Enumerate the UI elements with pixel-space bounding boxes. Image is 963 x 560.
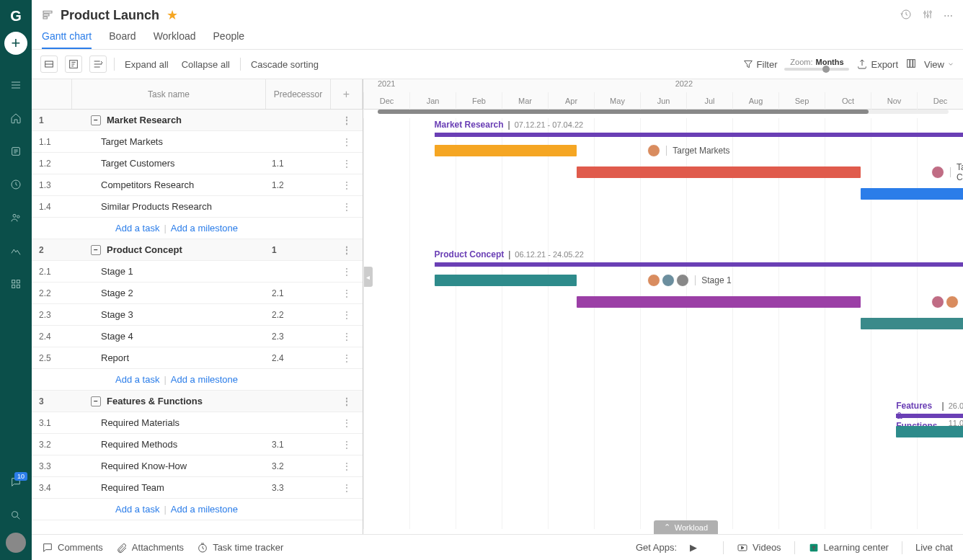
row-menu-icon[interactable]: ⋮ (331, 244, 363, 256)
task-row[interactable]: 2.5 Report 2.4⋮ (32, 347, 363, 369)
row-menu-icon[interactable]: ⋮ (331, 136, 363, 148)
list-icon[interactable] (0, 135, 32, 167)
row-menu-icon[interactable]: ⋮ (331, 461, 363, 472)
add-task-button[interactable]: Add a task (115, 504, 159, 515)
user-avatar[interactable] (6, 533, 26, 553)
task-bar[interactable] (577, 166, 861, 178)
workload-panel-toggle[interactable]: ⌃ Workload (654, 520, 718, 534)
row-menu-icon[interactable]: ⋮ (331, 417, 363, 429)
collapse-icon[interactable]: − (91, 115, 101, 125)
task-row[interactable]: 1.1 Target Markets ⋮ (32, 131, 363, 153)
play-store-icon[interactable]: ▶ (690, 542, 697, 553)
gantt-task-row: Stage 3 (363, 313, 963, 334)
toggle-grid-icon[interactable] (40, 55, 58, 73)
row-menu-icon[interactable]: ⋮ (331, 396, 363, 407)
gantt-group-row: Product Concept|06.12.21 - 24.05.22 (363, 248, 963, 270)
group-row[interactable]: 3 −Features & Functions ⋮ (32, 391, 363, 412)
tab-gantt-chart[interactable]: Gantt chart (42, 26, 92, 49)
indent-icon[interactable] (89, 55, 107, 73)
timeline-scrollbar[interactable] (378, 110, 949, 114)
comments-button[interactable]: Comments (42, 542, 103, 554)
attachments-button[interactable]: Attachments (116, 542, 184, 554)
task-bar[interactable] (861, 318, 963, 329)
row-menu-icon[interactable]: ⋮ (331, 201, 363, 213)
task-bar[interactable] (861, 188, 963, 200)
live-chat-button[interactable]: Live chat (915, 542, 953, 553)
row-menu-icon[interactable]: ⋮ (331, 266, 363, 277)
search-icon[interactable] (0, 499, 32, 531)
add-milestone-button[interactable]: Add a milestone (171, 504, 238, 515)
task-row[interactable]: 3.2 Required Methods 3.1⋮ (32, 434, 363, 455)
task-row[interactable]: 3.1 Required Materials ⋮ (32, 412, 363, 434)
people-icon[interactable] (0, 202, 32, 234)
row-menu-icon[interactable]: ⋮ (331, 309, 363, 321)
filter-button[interactable]: Filter (742, 58, 778, 70)
add-milestone-button[interactable]: Add a milestone (171, 223, 238, 234)
row-menu-icon[interactable]: ⋮ (331, 115, 363, 126)
menu-icon[interactable] (0, 69, 32, 101)
add-task-button[interactable]: Add a task (115, 223, 159, 234)
add-button[interactable]: + (4, 32, 27, 55)
task-row[interactable]: 1.2 Target Customers 1.1⋮ (32, 153, 363, 174)
footer: Comments Attachments Task time tracker G… (32, 534, 963, 560)
task-row[interactable]: 3.4 Required Team 3.3⋮ (32, 477, 363, 499)
activity-icon[interactable] (0, 235, 32, 267)
more-icon[interactable]: ⋯ (944, 10, 953, 21)
star-icon[interactable]: ★ (167, 7, 178, 23)
collapse-all-button[interactable]: Collapse all (179, 58, 233, 71)
group-row[interactable]: 1 −Market Research ⋮ (32, 110, 363, 131)
row-menu-icon[interactable]: ⋮ (331, 352, 363, 364)
task-row[interactable]: 3.3 Required Know-How 3.2⋮ (32, 455, 363, 477)
avatar (676, 274, 689, 287)
task-bar[interactable] (896, 426, 963, 437)
view-dropdown[interactable]: View (924, 58, 954, 70)
row-menu-icon[interactable]: ⋮ (331, 288, 363, 299)
group-bar[interactable] (896, 414, 963, 418)
tab-board[interactable]: Board (109, 26, 136, 49)
row-menu-icon[interactable]: ⋮ (331, 439, 363, 450)
toggle-tree-icon[interactable] (65, 55, 82, 73)
task-bar[interactable] (577, 296, 861, 308)
apps-icon[interactable] (0, 268, 32, 300)
add-milestone-button[interactable]: Add a milestone (171, 374, 238, 385)
project-icon (42, 9, 53, 22)
collapse-icon[interactable]: − (91, 396, 101, 406)
settings-icon[interactable] (922, 9, 933, 22)
row-menu-icon[interactable]: ⋮ (331, 179, 363, 191)
group-bar[interactable] (435, 133, 963, 137)
columns-icon[interactable] (905, 58, 917, 71)
add-column-button[interactable]: + (331, 79, 363, 109)
add-task-button[interactable]: Add a task (115, 374, 159, 385)
row-menu-icon[interactable]: ⋮ (331, 482, 363, 494)
task-bar[interactable] (435, 145, 577, 156)
row-menu-icon[interactable]: ⋮ (331, 331, 363, 342)
expand-all-button[interactable]: Expand all (122, 58, 172, 71)
task-row[interactable]: 2.2 Stage 2 2.1⋮ (32, 283, 363, 304)
row-menu-icon[interactable]: ⋮ (331, 158, 363, 169)
svg-rect-7 (17, 285, 19, 288)
task-bar[interactable] (435, 275, 577, 286)
notifications-icon[interactable]: 10 (0, 466, 32, 498)
tab-workload[interactable]: Workload (154, 26, 196, 49)
videos-button[interactable]: Videos (737, 542, 781, 554)
task-row[interactable]: 2.3 Stage 3 2.2⋮ (32, 304, 363, 326)
learning-button[interactable]: ?Learning center (808, 542, 889, 554)
home-icon[interactable] (0, 102, 32, 134)
task-row[interactable]: 1.3 Competitors Research 1.2⋮ (32, 174, 363, 196)
column-task-name[interactable]: Task name (72, 79, 266, 109)
group-bar[interactable] (435, 262, 963, 267)
task-row[interactable]: 2.4 Stage 4 2.3⋮ (32, 326, 363, 347)
clock-icon[interactable] (0, 169, 32, 200)
cascade-sorting-button[interactable]: Cascade sorting (248, 58, 321, 71)
zoom-control[interactable]: Zoom:Months (784, 58, 849, 71)
time-tracker-button[interactable]: Task time tracker (197, 542, 283, 554)
tab-people[interactable]: People (213, 26, 245, 49)
task-row[interactable]: 1.4 Similar Products Research ⋮ (32, 196, 363, 218)
history-icon[interactable] (900, 9, 912, 22)
group-row[interactable]: 2 −Product Concept 1⋮ (32, 239, 363, 261)
task-row[interactable]: 2.1 Stage 1 ⋮ (32, 261, 363, 283)
collapse-icon[interactable]: − (91, 245, 101, 255)
export-button[interactable]: Export (856, 58, 898, 70)
column-predecessor[interactable]: Predecessor (266, 79, 331, 109)
svg-point-12 (924, 12, 926, 14)
